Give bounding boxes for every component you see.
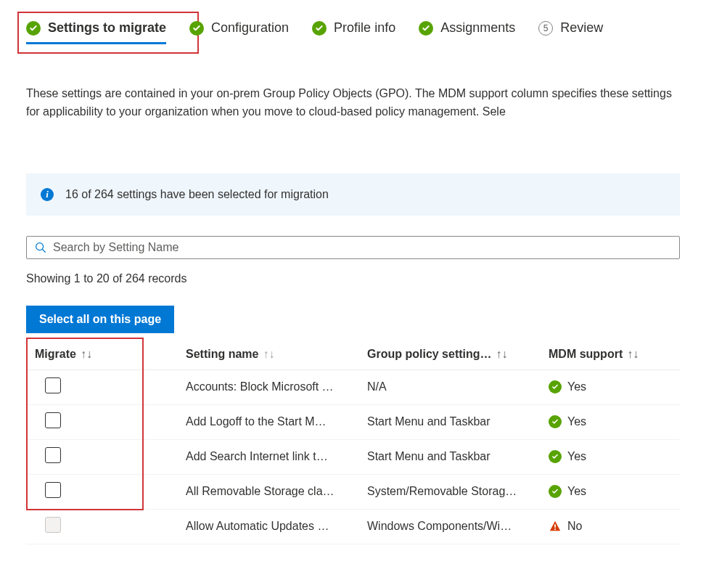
mdm-support-value: Yes — [567, 380, 586, 393]
table-row: Add Logoff to the Start M…Start Menu and… — [26, 405, 680, 440]
checkmark-icon — [26, 21, 41, 36]
search-box[interactable] — [26, 236, 680, 259]
cell-migrate — [26, 447, 186, 466]
svg-point-0 — [36, 242, 44, 250]
tab-label: Assignments — [440, 20, 515, 36]
cell-group-policy: N/A — [367, 380, 549, 393]
cell-group-policy: Start Menu and Taskbar — [367, 415, 549, 428]
records-count: Showing 1 to 20 of 264 records — [26, 272, 680, 285]
sort-icon: ↑↓ — [263, 348, 274, 361]
table-row: Accounts: Block Microsoft …N/AYes — [26, 370, 680, 405]
tab-label: Settings to migrate — [48, 20, 166, 36]
cell-group-policy: Start Menu and Taskbar — [367, 450, 549, 463]
cell-setting-name: Accounts: Block Microsoft … — [186, 380, 367, 393]
cell-migrate — [26, 377, 186, 396]
cell-mdm-support: Yes — [549, 485, 680, 498]
mdm-support-value: No — [567, 520, 582, 533]
migrate-checkbox[interactable] — [45, 482, 61, 498]
cell-migrate — [26, 412, 186, 431]
column-header-migrate[interactable]: Migrate ↑↓ — [26, 348, 186, 361]
column-label: Setting name — [186, 348, 258, 361]
svg-rect-3 — [554, 528, 556, 530]
column-label: MDM support — [549, 348, 623, 361]
cell-mdm-support: No — [549, 520, 680, 533]
checkmark-icon — [419, 21, 433, 36]
checkmark-icon — [189, 21, 204, 36]
tab-label: Review — [560, 20, 603, 36]
checkmark-icon — [549, 380, 562, 393]
wizard-tabs: Settings to migrate Configuration Profil… — [0, 0, 706, 44]
cell-setting-name: Add Search Internet link t… — [186, 450, 367, 463]
cell-migrate — [26, 517, 186, 536]
svg-line-1 — [43, 249, 46, 252]
table-row: Allow Automatic Updates …Windows Compone… — [26, 510, 680, 544]
cell-migrate — [26, 482, 186, 501]
search-input[interactable] — [53, 241, 672, 254]
checkmark-icon — [549, 485, 562, 498]
search-icon — [34, 241, 47, 254]
migrate-checkbox — [45, 517, 61, 533]
tab-review[interactable]: 5 Review — [538, 20, 603, 44]
cell-setting-name: Allow Automatic Updates … — [186, 520, 367, 533]
mdm-support-value: Yes — [567, 450, 586, 463]
page-description: These settings are contained in your on-… — [26, 85, 680, 121]
select-all-button[interactable]: Select all on this page — [26, 306, 174, 333]
migrate-checkbox[interactable] — [45, 377, 61, 393]
cell-group-policy: Windows Components/Wi… — [367, 520, 549, 533]
column-label: Group policy setting… — [367, 348, 492, 361]
tab-settings-to-migrate[interactable]: Settings to migrate — [26, 20, 166, 44]
tab-profile-info[interactable]: Profile info — [312, 20, 395, 44]
svg-rect-2 — [554, 524, 556, 528]
table-header-row: Migrate ↑↓ Setting name ↑↓ Group policy … — [26, 340, 680, 370]
column-header-group-policy[interactable]: Group policy setting… ↑↓ — [367, 348, 549, 361]
cell-group-policy: System/Removable Storag… — [367, 485, 549, 498]
sort-icon: ↑↓ — [81, 348, 92, 361]
column-header-mdm-support[interactable]: MDM support ↑↓ — [549, 348, 680, 361]
cell-mdm-support: Yes — [549, 415, 680, 428]
cell-mdm-support: Yes — [549, 380, 680, 393]
tab-label: Profile info — [334, 20, 395, 36]
mdm-support-value: Yes — [567, 485, 586, 498]
active-tab-underline — [26, 42, 166, 44]
sort-icon: ↑↓ — [496, 348, 508, 361]
checkmark-icon — [549, 450, 562, 463]
migrate-checkbox[interactable] — [45, 412, 61, 428]
migrate-checkbox[interactable] — [45, 447, 61, 463]
warning-icon — [549, 520, 562, 533]
tab-assignments[interactable]: Assignments — [419, 20, 515, 44]
info-banner-text: 16 of 264 settings have been selected fo… — [65, 188, 329, 201]
cell-setting-name: All Removable Storage cla… — [186, 485, 367, 498]
info-banner: i 16 of 264 settings have been selected … — [26, 173, 680, 216]
mdm-support-value: Yes — [567, 415, 586, 428]
cell-setting-name: Add Logoff to the Start M… — [186, 415, 367, 428]
tab-label: Configuration — [211, 20, 289, 36]
column-label: Migrate — [35, 348, 76, 361]
tab-configuration[interactable]: Configuration — [189, 20, 289, 44]
sort-icon: ↑↓ — [627, 348, 639, 361]
table-row: Add Search Internet link t…Start Menu an… — [26, 440, 680, 475]
step-number-icon: 5 — [538, 21, 553, 36]
checkmark-icon — [549, 415, 562, 428]
table-row: All Removable Storage cla…System/Removab… — [26, 475, 680, 510]
checkmark-icon — [312, 21, 327, 36]
cell-mdm-support: Yes — [549, 450, 680, 463]
info-icon: i — [41, 188, 54, 201]
column-header-setting-name[interactable]: Setting name ↑↓ — [186, 348, 367, 361]
settings-table: Migrate ↑↓ Setting name ↑↓ Group policy … — [26, 340, 680, 544]
